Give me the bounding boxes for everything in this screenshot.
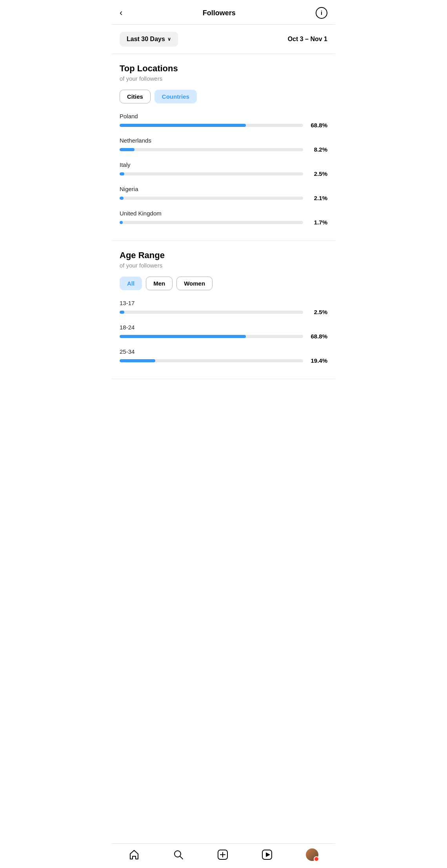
bar-track-row: 19.4% [120, 357, 327, 364]
bar-fill [120, 124, 246, 127]
location-bar-poland: Poland 68.8% [120, 113, 327, 128]
tab-all[interactable]: All [120, 277, 142, 290]
bar-label: 18-24 [120, 324, 327, 331]
tab-women[interactable]: Women [176, 277, 213, 290]
bar-track [120, 221, 303, 224]
bar-fill [120, 221, 123, 224]
age-range-section: Age Range of your followers All Men Wome… [112, 241, 335, 379]
bar-label: Italy [120, 161, 327, 168]
tab-countries[interactable]: Countries [154, 90, 197, 103]
bar-label: United Kingdom [120, 210, 327, 217]
bar-pct: 2.1% [308, 195, 327, 201]
top-locations-section: Top Locations of your followers Cities C… [112, 54, 335, 241]
age-bar-1824: 18-24 68.8% [120, 324, 327, 340]
bar-pct: 68.8% [308, 122, 327, 128]
date-range-label: Oct 3 – Nov 1 [288, 36, 327, 43]
bar-fill [120, 335, 246, 338]
date-filter-button[interactable]: Last 30 Days ∨ [120, 32, 178, 47]
bar-pct: 68.8% [308, 333, 327, 340]
bar-track [120, 124, 303, 127]
bar-track [120, 197, 303, 200]
location-bar-italy: Italy 2.5% [120, 161, 327, 177]
bar-track-row: 1.7% [120, 219, 327, 226]
bar-track-row: 2.5% [120, 170, 327, 177]
top-locations-title: Top Locations [120, 63, 327, 74]
filter-label: Last 30 Days [127, 36, 165, 43]
location-bar-uk: United Kingdom 1.7% [120, 210, 327, 226]
bar-label: 13-17 [120, 300, 327, 306]
bar-track-row: 2.5% [120, 309, 327, 315]
info-icon: i [321, 10, 322, 16]
filter-row: Last 30 Days ∨ Oct 3 – Nov 1 [112, 25, 335, 54]
bar-track-row: 8.2% [120, 146, 327, 153]
bar-pct: 19.4% [308, 357, 327, 364]
bar-label: 25-34 [120, 348, 327, 355]
back-button[interactable]: ‹ [120, 8, 122, 18]
page-title: Followers [203, 9, 236, 17]
bar-label: Netherlands [120, 137, 327, 144]
location-bar-nigeria: Nigeria 2.1% [120, 186, 327, 201]
bar-track [120, 172, 303, 175]
bar-track-row: 2.1% [120, 195, 327, 201]
location-tab-group: Cities Countries [120, 90, 327, 103]
bar-track [120, 311, 303, 314]
bar-fill [120, 197, 124, 200]
bar-track [120, 148, 303, 151]
chevron-down-icon: ∨ [167, 36, 171, 42]
bar-pct: 8.2% [308, 146, 327, 153]
bar-track [120, 335, 303, 338]
bar-track-row: 68.8% [120, 122, 327, 128]
bar-label: Poland [120, 113, 327, 119]
bar-pct: 1.7% [308, 219, 327, 226]
tab-cities[interactable]: Cities [120, 90, 151, 103]
bar-label: Nigeria [120, 186, 327, 192]
bar-track-row: 68.8% [120, 333, 327, 340]
bar-fill [120, 148, 134, 151]
header: ‹ Followers i [112, 0, 335, 25]
age-bar-1317: 13-17 2.5% [120, 300, 327, 315]
top-locations-subtitle: of your followers [120, 75, 327, 82]
age-range-title: Age Range [120, 250, 327, 260]
bar-pct: 2.5% [308, 170, 327, 177]
age-range-subtitle: of your followers [120, 262, 327, 269]
info-button[interactable]: i [316, 7, 327, 19]
bar-pct: 2.5% [308, 309, 327, 315]
bar-fill [120, 311, 124, 314]
tab-men[interactable]: Men [146, 277, 173, 290]
bar-fill [120, 172, 124, 175]
bar-fill [120, 359, 155, 362]
bar-track [120, 359, 303, 362]
age-tab-group: All Men Women [120, 277, 327, 290]
location-bar-netherlands: Netherlands 8.2% [120, 137, 327, 153]
age-bar-2534: 25-34 19.4% [120, 348, 327, 364]
